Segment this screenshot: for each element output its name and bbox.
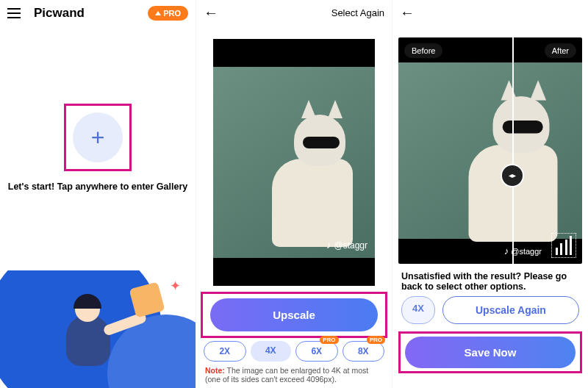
hamburger-icon[interactable] (7, 8, 21, 18)
image-preview: ♪ @staggr (213, 39, 375, 286)
tiktok-icon: ♪ (326, 240, 331, 251)
save-now-button[interactable]: Save Now (405, 337, 576, 368)
pro-tag-icon: PRO (320, 336, 338, 344)
start-hint: Let's start! Tap anywhere to enter Galle… (0, 171, 196, 202)
select-again-link[interactable]: Select Again (331, 7, 384, 18)
upscale-again-button[interactable]: Upscale Again (442, 296, 579, 324)
note-text: Note: The image can be enlarged to 4K at… (196, 362, 392, 388)
unsatisfied-text: Unsatisfied with the result? Please go b… (392, 264, 588, 296)
tiktok-icon: ♪ (504, 245, 509, 256)
app-title: Picwand (34, 6, 85, 21)
after-label: After (545, 43, 576, 58)
scale-2x-button[interactable]: 2X (204, 341, 246, 362)
compare-view[interactable]: Before After ◂▸ ♪ @staggr (398, 37, 582, 264)
compare-divider[interactable] (512, 37, 514, 264)
illustration: ✦ (0, 270, 196, 388)
watermark: ♪ @staggr (326, 240, 368, 251)
pro-tag-icon: PRO (367, 336, 385, 344)
add-image-button[interactable]: + (64, 104, 132, 171)
scale-4x-chip[interactable]: 4X (401, 296, 435, 324)
resolution-icon[interactable] (551, 233, 576, 258)
scale-4x-button[interactable]: 4X (251, 341, 292, 362)
watermark: ♪ @staggr (504, 245, 542, 256)
back-icon[interactable]: ← (400, 4, 581, 21)
scale-8x-button[interactable]: 8X PRO (343, 341, 385, 362)
pro-badge[interactable]: PRO (148, 6, 188, 21)
pro-label: PRO (163, 9, 181, 18)
plus-icon: + (73, 112, 123, 162)
scale-6x-button[interactable]: 6X PRO (295, 341, 338, 362)
crown-icon (155, 11, 161, 15)
upscale-button[interactable]: Upscale (210, 298, 378, 331)
slider-handle-icon[interactable]: ◂▸ (501, 164, 524, 187)
back-icon[interactable]: ← (204, 4, 218, 21)
before-label: Before (404, 43, 442, 58)
